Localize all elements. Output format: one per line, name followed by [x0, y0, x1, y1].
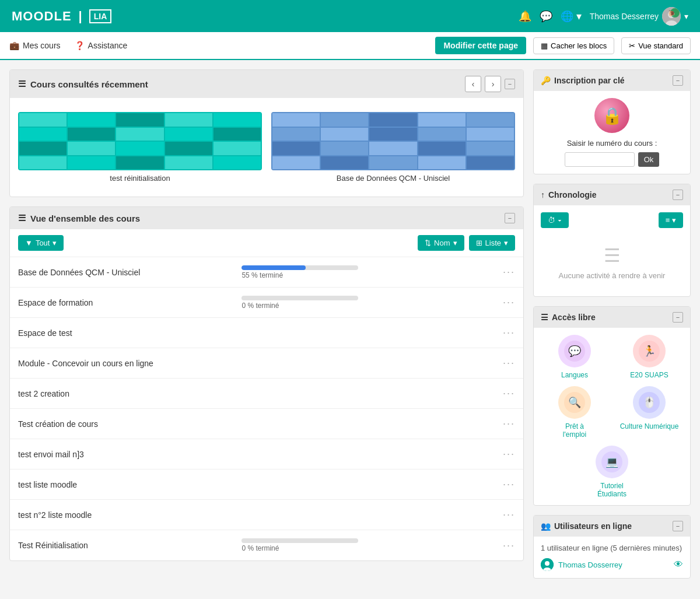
langues-icon-circle: 💬	[558, 335, 591, 367]
utilisateurs-title: Utilisateurs en ligne	[554, 521, 632, 531]
acces-grid: 💬 Langues 🏃 E20 SUAPS	[541, 335, 683, 498]
table-row[interactable]: Base de Données QCM - Unisciel 55 % term…	[10, 257, 523, 288]
course-number-input[interactable]	[565, 152, 635, 167]
acces-libre-title-row: ☰ Accès libre	[541, 313, 596, 322]
culture-icon-circle: 🖱️	[633, 386, 666, 419]
acces-item-tutoriel[interactable]: 💻 TutorielÉtudiants	[596, 446, 628, 498]
acces-item-culture[interactable]: 🖱️ Culture Numérique	[615, 386, 683, 439]
course-more-button[interactable]: ···	[503, 540, 515, 552]
cacher-blocs-button[interactable]: ▦ Cacher les blocs	[533, 37, 614, 54]
avatar: 🐌	[662, 7, 681, 26]
minimize-button[interactable]: −	[505, 79, 515, 89]
course-progress: 0 % terminé	[242, 296, 503, 310]
eye-icon[interactable]: 👁	[674, 559, 683, 570]
vue-ensemble-minimize-button[interactable]: −	[505, 213, 515, 223]
view-button[interactable]: ⊞ Liste ▾	[469, 235, 515, 251]
course-more-button[interactable]: ···	[503, 327, 515, 339]
table-row[interactable]: Test création de cours ···	[10, 409, 523, 439]
chronologie-minimize[interactable]: −	[673, 190, 683, 200]
cours-recents-controls: ‹ › −	[465, 76, 515, 92]
online-user-avatar	[541, 558, 554, 571]
progress-bar-bg	[242, 265, 358, 270]
vue-ensemble-title-row: ☰ Vue d'ensemble des cours	[18, 213, 140, 223]
filter-button[interactable]: ▼ Tout ▾	[18, 235, 64, 251]
course-more-button[interactable]: ···	[503, 266, 515, 278]
table-row[interactable]: test envoi mail n]3 ···	[10, 439, 523, 470]
card-label-2: Base de Données QCM - Unisciel	[271, 174, 515, 183]
course-name: Test Réinitialisation	[18, 541, 242, 550]
user-menu[interactable]: Thomas Desserrey 🐌 ▾	[590, 7, 688, 26]
chat-icon[interactable]: 💬	[540, 10, 552, 23]
tutoriel-label: TutorielÉtudiants	[597, 482, 626, 498]
acces-item-langues[interactable]: 💬 Langues	[541, 335, 608, 379]
assistance-label: Assistance	[88, 41, 128, 50]
sort-label: Nom	[434, 239, 450, 247]
next-arrow-button[interactable]: ›	[485, 76, 501, 92]
header: MOODLE | LIA 🔔 💬 🌐 ▾ Thomas Desserrey 🐌 …	[0, 0, 700, 32]
modifier-page-button[interactable]: Modifier cette page	[435, 37, 526, 54]
table-row[interactable]: Module - Concevoir un cours en ligne ···	[10, 348, 523, 379]
ok-button[interactable]: Ok	[638, 152, 660, 167]
svg-point-16	[545, 561, 550, 566]
course-more-button[interactable]: ···	[503, 418, 515, 430]
cours-card-1[interactable]: test réinitialisation	[18, 112, 262, 183]
table-row[interactable]: test liste moodle ···	[10, 470, 523, 500]
vue-ensemble-header: ☰ Vue d'ensemble des cours −	[10, 207, 523, 229]
table-row[interactable]: Espace de test ···	[10, 318, 523, 348]
key-icon: 🔑	[541, 76, 551, 85]
chronologie-title: Chronologie	[548, 190, 596, 199]
course-more-button[interactable]: ···	[503, 387, 515, 400]
utilisateurs-minimize[interactable]: −	[673, 521, 683, 531]
inscription-label: Saisir le numéro du cours :	[541, 139, 683, 148]
assistance-link[interactable]: ❓ Assistance	[75, 41, 128, 50]
langues-label: Langues	[561, 371, 588, 379]
course-more-button[interactable]: ···	[503, 478, 515, 491]
table-row[interactable]: Test Réinitialisation 0 % terminé ···	[10, 530, 523, 561]
table-row[interactable]: test n°2 liste moodle ···	[10, 500, 523, 530]
chrono-sort-button[interactable]: ≡ ▾	[659, 212, 683, 228]
acces-item-pret[interactable]: 🔍 Prêt àl'emploi	[541, 386, 608, 439]
filter-label: Tout	[36, 239, 50, 247]
globe-icon[interactable]: 🌐 ▾	[561, 10, 582, 23]
svg-text:💬: 💬	[568, 345, 582, 358]
mes-cours-link[interactable]: 💼 Mes cours	[9, 41, 61, 50]
cours-recents-title: Cours consultés récemment	[30, 79, 148, 89]
bell-icon[interactable]: 🔔	[519, 10, 531, 23]
online-user-name[interactable]: Thomas Dosserrey	[558, 561, 669, 569]
cours-nav: ‹ ›	[465, 76, 501, 92]
view-label: Liste	[485, 239, 501, 247]
course-more-button[interactable]: ···	[503, 296, 515, 309]
table-row[interactable]: Espace de formation 0 % terminé ···	[10, 288, 523, 318]
sort-button[interactable]: ⇅ Nom ▾	[418, 235, 464, 251]
prev-arrow-button[interactable]: ‹	[465, 76, 481, 92]
course-more-button[interactable]: ···	[503, 357, 515, 369]
acces-item-e20[interactable]: 🏃 E20 SUAPS	[615, 335, 683, 379]
course-more-button[interactable]: ···	[503, 448, 515, 460]
e20-label: E20 SUAPS	[630, 371, 668, 379]
sort-icon: ⇅	[425, 239, 431, 247]
cours-card-2[interactable]: Base de Données QCM - Unisciel	[271, 112, 515, 183]
vue-standard-button[interactable]: ✂ Vue standard	[621, 37, 691, 54]
chrono-time-button[interactable]: ⏱ ▾	[541, 212, 569, 228]
inscription-input-row: Ok	[541, 152, 683, 167]
acces-libre-minimize[interactable]: −	[673, 312, 683, 323]
course-name: test n°2 liste moodle	[18, 510, 242, 520]
acces-libre-header: ☰ Accès libre −	[534, 307, 690, 328]
user-name: Thomas Desserrey	[590, 12, 659, 21]
course-name: Espace de test	[18, 328, 242, 338]
inscription-block: 🔑 Inscription par clé − 🔒 Saisir le numé…	[533, 69, 691, 174]
progress-bar-bg	[242, 296, 358, 300]
inscription-body: 🔒 Saisir le numéro du cours : Ok	[534, 91, 690, 174]
logo-text: MOODLE	[12, 9, 72, 24]
navbar: 💼 Mes cours ❓ Assistance Modifier cette …	[0, 32, 700, 60]
course-name: Test création de cours	[18, 419, 242, 429]
progress-wrap: 55 % terminé	[242, 265, 503, 279]
chrono-empty-icon: ☰	[541, 244, 683, 267]
course-name: test 2 creation	[18, 389, 242, 398]
cours-cards: test réinitialisation Base de Données QC…	[18, 106, 515, 188]
svg-text:🐌: 🐌	[668, 9, 676, 17]
inscription-minimize[interactable]: −	[673, 75, 683, 86]
table-row[interactable]: test 2 creation ···	[10, 379, 523, 409]
course-more-button[interactable]: ···	[503, 509, 515, 521]
left-column: ☰ Cours consultés récemment ‹ › −	[9, 69, 524, 588]
